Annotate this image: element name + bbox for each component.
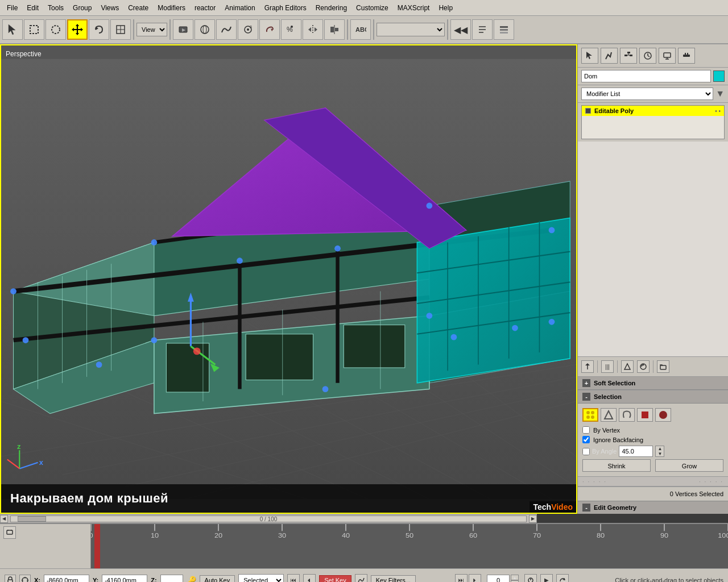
sel-border-icon[interactable] (619, 408, 635, 422)
scroll-left-arrow[interactable]: ◀ (0, 515, 8, 523)
menu-views[interactable]: Views (96, 3, 123, 13)
menu-modifiers[interactable]: Modifiers (153, 3, 190, 13)
frame-spinner[interactable]: ▲ ▼ (511, 575, 519, 583)
circle-select-btn[interactable] (46, 19, 66, 40)
named-sel-btn[interactable] (472, 19, 493, 40)
render-preset-dropdown[interactable] (377, 23, 445, 36)
panel-hierarchy-icon[interactable] (620, 48, 637, 64)
autokey-button[interactable]: Auto Key (200, 575, 235, 583)
sub-vertex-icon[interactable]: ||| (601, 360, 614, 373)
y-coord-input[interactable] (102, 575, 147, 583)
undo-btn[interactable] (89, 19, 109, 40)
material-btn[interactable] (195, 19, 215, 40)
percent-btn[interactable]: % (281, 19, 301, 40)
rotate-snap-btn[interactable] (259, 19, 280, 40)
snap-btn[interactable]: 3 (238, 19, 258, 40)
view-dropdown[interactable]: View (136, 23, 167, 36)
menu-customize[interactable]: Customize (351, 3, 393, 13)
edit-geometry-header[interactable]: - Edit Geometry (578, 501, 728, 514)
by-angle-spinner[interactable]: ▲ ▼ (655, 446, 664, 457)
grow-button[interactable]: Grow (655, 459, 723, 472)
menu-animation[interactable]: Animation (220, 3, 259, 13)
pin-icon[interactable] (581, 360, 594, 373)
selected-dropdown[interactable]: Selected All None (238, 574, 284, 583)
scroll-right-arrow[interactable]: ▶ (529, 515, 537, 523)
abc-btn[interactable]: ABC (350, 19, 371, 40)
angle-spinner-up[interactable]: ▲ (656, 446, 664, 451)
modifier-stack[interactable]: Editable Poly • • (581, 105, 725, 139)
playback-extra-2[interactable]: ▶ (540, 574, 553, 583)
menu-create[interactable]: Create (123, 3, 153, 13)
selection-header[interactable]: - Selection (578, 390, 728, 404)
shrink-button[interactable]: Shrink (582, 459, 651, 472)
menu-edit[interactable]: Edit (22, 3, 43, 13)
menu-file[interactable]: File (2, 3, 22, 13)
next-frame-btn[interactable]: ⏵ (469, 574, 481, 583)
sub-reset-icon[interactable] (637, 360, 650, 373)
frame-spinner-up[interactable]: ▲ (511, 575, 519, 580)
frame-spinner-down[interactable]: ▼ (511, 580, 519, 583)
sub-edge-icon[interactable] (621, 360, 634, 373)
playback-extra-3[interactable] (556, 574, 569, 583)
sel-element-icon[interactable] (655, 408, 671, 422)
menu-rendering[interactable]: Rendering (311, 3, 351, 13)
menu-graph-editors[interactable]: Graph Editors (260, 3, 311, 13)
sel-vertex-icon[interactable] (582, 408, 598, 422)
render-btn[interactable] (173, 19, 193, 40)
mirror-btn[interactable] (303, 19, 323, 40)
object-name-input[interactable] (581, 70, 711, 82)
panel-select-icon[interactable] (581, 48, 598, 64)
panel-utilities-icon[interactable] (678, 48, 695, 64)
panel-motion-icon[interactable] (639, 48, 656, 64)
viewport-scrollbar[interactable]: ◀ 0 / 100 ▶ (0, 514, 537, 523)
sub-folder-icon[interactable] (657, 360, 669, 373)
lock-icon[interactable] (5, 575, 16, 583)
go-end-btn[interactable]: ⏭ (455, 574, 468, 583)
z-coord-input[interactable] (160, 575, 183, 583)
region-btn[interactable] (110, 19, 131, 40)
by-vertex-checkbox[interactable] (582, 426, 590, 434)
soft-selection-toggle[interactable]: + (582, 379, 590, 387)
scroll-handle[interactable] (18, 516, 46, 522)
timeline-ruler-svg: 0 10 20 30 40 50 60 70 80 (91, 524, 728, 568)
menu-reactor[interactable]: reactor (190, 3, 220, 13)
prev-frame-btn[interactable]: ◀◀ (450, 19, 471, 40)
panel-modify-icon[interactable] (601, 48, 618, 64)
menu-maxscript[interactable]: MAXScript (393, 3, 435, 13)
soft-selection-header[interactable]: + Soft Selection (578, 377, 728, 390)
key-filters-button[interactable]: Key Filters... (371, 575, 416, 583)
selection-toggle[interactable]: - (582, 393, 590, 401)
object-color-swatch[interactable] (713, 70, 725, 82)
set-key-button[interactable]: Set Key (319, 575, 351, 583)
sel-edge-icon[interactable] (601, 408, 617, 422)
menu-tools[interactable]: Tools (43, 3, 68, 13)
playback-extra-1[interactable] (524, 574, 537, 583)
select-tool-btn[interactable] (2, 19, 23, 40)
current-frame-marker[interactable] (94, 524, 100, 568)
go-start-btn[interactable]: ⏮ (287, 574, 300, 583)
curve-editor-icon[interactable] (355, 574, 367, 583)
sel-poly-icon[interactable] (637, 408, 653, 422)
viewport[interactable]: Perspective (0, 44, 577, 514)
move-tool-btn[interactable] (67, 19, 88, 40)
by-angle-input[interactable] (619, 446, 653, 457)
edit-geometry-toggle[interactable]: - (582, 504, 590, 512)
modifier-list-dropdown[interactable]: Modifier List (581, 88, 713, 100)
crosshair-icon[interactable] (19, 575, 31, 583)
prev-frame-btn2[interactable]: ⏴ (303, 574, 316, 583)
layers-btn[interactable] (494, 19, 514, 40)
modifier-entry-editable-poly[interactable]: Editable Poly • • (582, 106, 724, 116)
modifier-dropdown-arrow[interactable]: ▼ (715, 89, 725, 99)
menu-help[interactable]: Help (434, 3, 457, 13)
curve-btn[interactable] (216, 19, 237, 40)
timeline-icon[interactable] (3, 526, 16, 539)
angle-spinner-down[interactable]: ▼ (656, 451, 664, 456)
menu-group[interactable]: Group (68, 3, 96, 13)
ignore-backfacing-checkbox[interactable] (582, 436, 590, 443)
x-coord-input[interactable] (44, 575, 89, 583)
rect-select-btn[interactable] (24, 19, 44, 40)
align-btn[interactable] (324, 19, 345, 40)
frame-number-input[interactable] (487, 575, 510, 583)
panel-display-icon[interactable] (659, 48, 676, 64)
by-angle-checkbox[interactable] (582, 448, 590, 455)
